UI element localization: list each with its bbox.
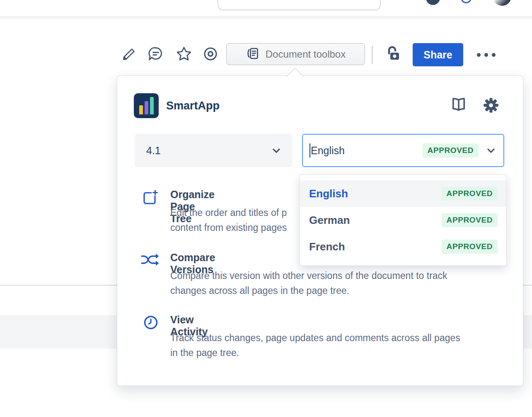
global-search-input[interactable] [218,0,381,10]
logo-bar-purple [145,101,148,114]
version-select[interactable]: 4.1 [135,134,292,167]
language-dropdown-menu: English APPROVED German APPROVED French … [300,175,506,266]
organize-page-tree-icon [143,189,159,207]
status-badge: APPROVED [442,240,498,254]
book-icon [450,96,468,116]
edit-button[interactable] [121,46,138,63]
more-actions-button[interactable] [476,43,496,66]
pencil-icon [121,46,137,63]
language-option-french[interactable]: French APPROVED [300,233,506,260]
gear-icon [482,97,500,116]
chevron-down-icon [271,145,282,156]
status-badge: APPROVED [442,213,498,227]
app-title: SmartApp [166,99,220,112]
language-select[interactable]: English APPROVED [302,134,504,167]
feature-description: Edit the order and titles of p content f… [170,205,287,235]
settings-button[interactable] [482,97,500,115]
help-icon[interactable] [461,0,472,3]
smartapp-logo [134,93,159,118]
language-option-german[interactable]: German APPROVED [300,207,506,233]
status-badge: APPROVED [423,143,479,158]
screen: Document toolbox Share SmartApp [0,0,532,417]
language-value: English [311,145,423,157]
chevron-down-icon [485,145,497,156]
version-value: 4.1 [146,145,271,157]
avatar[interactable] [493,0,511,6]
text-cursor [310,143,310,158]
ellipsis-icon [477,53,481,57]
star-icon [176,46,192,64]
avatar[interactable] [426,0,440,5]
comment-bubble-icon [148,46,164,64]
compare-versions-icon [140,252,160,269]
feature-description: Track status changes, page updates and c… [170,330,460,360]
document-toolbox-button[interactable]: Document toolbox [226,43,365,65]
language-option-english[interactable]: English APPROVED [300,180,506,207]
unlock-icon [383,44,401,64]
comments-button[interactable] [148,46,164,63]
logo-bar-green [150,97,154,114]
unlock-button[interactable] [383,45,402,64]
topbar-shadow [0,17,532,20]
feature-description: Compare this version with other versions… [170,268,447,298]
documentation-button[interactable] [450,97,468,115]
watch-eye-icon [202,46,219,64]
watch-button[interactable] [202,46,219,63]
clock-icon [143,315,159,332]
document-toolbox-panel: SmartApp [117,75,523,386]
share-button[interactable]: Share [413,43,463,66]
document-toolbox-label: Document toolbox [266,48,346,60]
document-toolbox-icon [246,46,260,62]
favorite-button[interactable] [176,46,192,63]
logo-bar-yellow [139,105,143,114]
status-badge: APPROVED [442,187,498,201]
toolbar-separator [372,46,373,64]
